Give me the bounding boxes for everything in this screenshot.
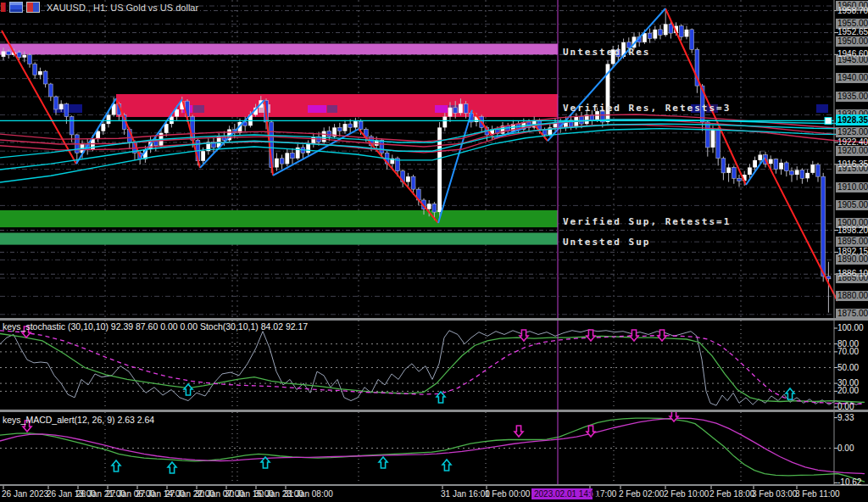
price-line-marker: [825, 117, 832, 124]
candle-bear: [690, 30, 694, 50]
ma-red-line: [0, 114, 868, 142]
candle-bull: [427, 204, 431, 209]
candle-bull: [711, 130, 715, 148]
marker-box: [816, 104, 828, 113]
candle-bull: [107, 114, 111, 124]
zone-label-verified-sup: Verified Sup, Retests=1: [563, 216, 731, 227]
candle-bull: [170, 117, 174, 125]
candle-bear: [790, 171, 794, 175]
candle-bull: [758, 154, 762, 159]
candle-bull: [653, 30, 657, 39]
zone-untested-res: [0, 44, 558, 55]
candle-bear: [800, 170, 804, 178]
candle-bull: [795, 170, 799, 175]
candle-bull: [38, 71, 42, 75]
candle-bear: [411, 176, 415, 189]
candle-bull: [753, 160, 757, 168]
chart-table-icon[interactable]: [9, 2, 23, 13]
macd-up-arrow: [112, 460, 120, 471]
macd-up-arrow: [442, 460, 451, 471]
candle-bear: [64, 104, 69, 117]
candle-bear: [70, 117, 74, 135]
zigzag-down-segment: [665, 8, 746, 185]
candle-bear: [732, 167, 736, 178]
macd-indicator-label: keys_MACD_alert(12, 26, 9) 2.63 2.64: [3, 415, 154, 425]
candle-bear: [7, 52, 11, 55]
zone-verified-sup: [0, 210, 558, 227]
candle-bear: [280, 159, 284, 164]
candle-bear: [705, 122, 709, 148]
candle-bear: [380, 140, 384, 153]
candle-bull: [201, 151, 205, 161]
candle-bear: [28, 55, 32, 64]
candle-bear: [821, 176, 826, 276]
stoch-down-arrow: [587, 330, 595, 341]
candle-bear: [784, 163, 788, 171]
candle-bear: [359, 121, 363, 129]
candle-bear: [826, 276, 831, 279]
stoch-signal-line: [0, 331, 865, 404]
candle-bull: [164, 124, 169, 133]
candle-bull: [726, 167, 731, 172]
zone-label-verified-res: Verified Res, Retests=3: [563, 103, 731, 114]
candle-bull: [311, 137, 315, 144]
chart-title-bar: XAUUSD., H1: US Gold vs US dollar: [1, 2, 198, 13]
candle-bear: [679, 26, 683, 37]
candle-bear: [453, 108, 458, 113]
macd-signal-line: [0, 418, 865, 473]
macd-down-arrow: [515, 426, 523, 437]
candle-bear: [464, 104, 468, 114]
candle-bull: [664, 24, 668, 35]
candle-bull: [285, 153, 289, 164]
chart-title: XAUUSD., H1: US Gold vs US dollar: [47, 3, 198, 13]
candle-bull: [2, 52, 6, 57]
stoch-down-arrow: [520, 330, 528, 341]
candle-bull: [322, 131, 326, 142]
zone-label-untested-sup: Untested Sup: [563, 237, 650, 248]
zigzag-up-segment: [76, 98, 116, 164]
candle-bear: [721, 159, 726, 173]
candle-bull: [59, 104, 64, 109]
candle-bear: [432, 204, 437, 212]
mt4-chart-window: 1960.001955.001950.001945.001940.001935.…: [0, 0, 868, 502]
chart-canvas[interactable]: [0, 0, 868, 502]
panel-separator: [0, 484, 868, 486]
candle-bull: [101, 124, 105, 131]
candle-bull: [685, 30, 689, 37]
candle-bull: [810, 165, 815, 173]
candle-bear: [648, 33, 652, 38]
marker-box: [193, 105, 204, 113]
zone-untested-sup: [0, 233, 558, 245]
candles-chart-icon[interactable]: [26, 2, 40, 13]
panel-separator: [0, 318, 868, 321]
candle-bull: [343, 124, 348, 131]
stochastic-indicator-label: keys_stochastic (30,10,10) 92.39 87.60 0…: [3, 321, 308, 332]
zone-label-untested-res: Untested Res: [563, 47, 650, 58]
candle-bull: [779, 163, 783, 170]
candle-bull: [748, 167, 752, 175]
candle-bear: [291, 153, 295, 158]
macd-up-arrow: [379, 457, 387, 468]
candle-bear: [48, 84, 53, 97]
candle-bull: [459, 104, 463, 114]
candle-bear: [659, 30, 663, 35]
candle-bear: [580, 117, 584, 125]
candle-bull: [448, 108, 453, 117]
candle-bear: [737, 178, 742, 181]
candle-bear: [33, 64, 37, 75]
stoch-down-arrow: [630, 330, 638, 341]
window-menu-icon[interactable]: [1, 3, 6, 12]
candle-bull: [306, 144, 310, 153]
marker-box: [327, 105, 337, 113]
candle-bull: [353, 121, 358, 127]
candle-bear: [774, 159, 778, 170]
macd-down-arrow: [587, 426, 595, 437]
panel-separator: [0, 410, 868, 412]
macd-main-line: [0, 418, 865, 482]
candle-bear: [348, 124, 353, 127]
macd-up-arrow: [168, 462, 176, 473]
stoch-up-arrow: [184, 384, 192, 395]
candle-bear: [327, 131, 331, 137]
candle-bear: [43, 71, 47, 84]
candle-bull: [22, 55, 26, 58]
